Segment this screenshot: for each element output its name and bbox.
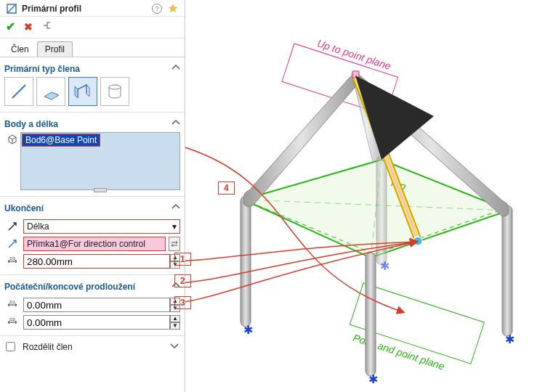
panel-header: Primární profil ? bbox=[0, 0, 185, 17]
member-type-header[interactable]: Primární typ člena bbox=[4, 60, 180, 77]
collapse-icon[interactable] bbox=[171, 281, 180, 292]
viewport[interactable]: Up to point plane Top Point and point pl… bbox=[185, 0, 545, 392]
split-label: Rozdělit člen bbox=[23, 342, 73, 352]
termination-type-value: Délka bbox=[27, 221, 49, 232]
collapse-icon[interactable] bbox=[171, 63, 180, 74]
spin-down[interactable]: ▼ bbox=[170, 322, 180, 330]
svg-point-5 bbox=[109, 85, 121, 89]
pin-button[interactable] bbox=[41, 20, 52, 33]
direction-arrow-icon bbox=[4, 238, 20, 250]
help-icon[interactable]: ? bbox=[151, 3, 163, 15]
star-icon[interactable] bbox=[167, 3, 179, 15]
svg-text:?: ? bbox=[155, 5, 158, 12]
cancel-button[interactable]: ✖ bbox=[24, 21, 33, 33]
dimension-icon: D3 bbox=[4, 256, 20, 267]
dimension-icon: D1 bbox=[4, 299, 20, 311]
svg-line-4 bbox=[12, 85, 25, 98]
collapse-icon[interactable] bbox=[171, 203, 180, 213]
split-checkbox[interactable] bbox=[6, 342, 15, 351]
spin-down[interactable]: ▼ bbox=[170, 261, 180, 269]
cube-icon bbox=[4, 132, 20, 190]
direction-field[interactable]: Přímka1@For direction control bbox=[23, 237, 166, 251]
section-body-length: Body a délka Bod6@Base Point bbox=[0, 113, 185, 197]
svg-point-20 bbox=[413, 237, 422, 245]
svg-rect-13 bbox=[502, 205, 512, 336]
end-ext-input[interactable] bbox=[23, 315, 170, 330]
spin-up[interactable]: ▲ bbox=[170, 315, 180, 322]
svg-text:D3: D3 bbox=[9, 256, 15, 261]
start-ext-input[interactable] bbox=[23, 298, 170, 312]
extension-header[interactable]: Počáteční/koncové prodloužení bbox=[4, 278, 180, 295]
section-member-type: Primární typ člena bbox=[0, 57, 185, 113]
section-split: Rozdělit člen bbox=[0, 336, 185, 360]
type-frame[interactable] bbox=[68, 77, 97, 106]
selection-list[interactable]: Bod6@Base Point bbox=[20, 132, 180, 190]
reverse-button[interactable] bbox=[169, 237, 180, 251]
list-item[interactable]: Bod6@Base Point bbox=[22, 134, 100, 147]
section-termination: Ukončení Délka ▾ Přímka1@For direction c… bbox=[0, 197, 185, 275]
type-plane[interactable] bbox=[36, 77, 65, 106]
spin-up[interactable]: ▲ bbox=[170, 298, 180, 305]
svg-text:✱: ✱ bbox=[368, 373, 378, 385]
termination-header[interactable]: Ukončení bbox=[4, 200, 180, 216]
svg-rect-15 bbox=[352, 71, 359, 78]
svg-text:D1: D1 bbox=[9, 300, 15, 304]
resize-handle[interactable] bbox=[94, 188, 107, 192]
svg-line-1 bbox=[7, 4, 16, 13]
arrow-icon bbox=[4, 221, 20, 232]
collapse-icon[interactable] bbox=[171, 118, 180, 129]
chevron-down-icon[interactable] bbox=[170, 341, 179, 352]
svg-text:✱: ✱ bbox=[243, 324, 253, 336]
svg-text:D2: D2 bbox=[9, 317, 15, 322]
chevron-down-icon: ▾ bbox=[172, 221, 177, 232]
tabs: Člen Profil bbox=[0, 38, 185, 57]
confirm-bar: ✔ ✖ bbox=[0, 17, 185, 38]
body-length-header[interactable]: Body a délka bbox=[4, 115, 180, 132]
length-input[interactable] bbox=[23, 254, 170, 269]
svg-text:✱: ✱ bbox=[380, 260, 389, 272]
type-line[interactable] bbox=[4, 77, 33, 106]
dimension-icon: D2 bbox=[4, 317, 20, 328]
spin-up[interactable]: ▲ bbox=[170, 254, 180, 261]
termination-type-dropdown[interactable]: Délka ▾ bbox=[23, 219, 180, 234]
split-member-row[interactable]: Rozdělit člen bbox=[4, 339, 180, 354]
svg-text:✱: ✱ bbox=[505, 333, 514, 346]
ok-button[interactable]: ✔ bbox=[6, 20, 15, 33]
panel-title: Primární profil bbox=[22, 4, 151, 14]
tab-profile[interactable]: Profil bbox=[37, 41, 73, 57]
spin-down[interactable]: ▼ bbox=[170, 305, 180, 312]
type-cylinder[interactable] bbox=[100, 77, 129, 106]
section-extension: Počáteční/koncové prodloužení D1 ▲ ▼ D2 bbox=[0, 275, 185, 336]
svg-rect-11 bbox=[241, 196, 251, 327]
property-panel: Primární profil ? ✔ ✖ Člen Profil Primár… bbox=[0, 0, 185, 392]
feature-icon bbox=[6, 3, 17, 15]
tab-member[interactable]: Člen bbox=[3, 41, 37, 57]
svg-rect-12 bbox=[366, 253, 376, 376]
